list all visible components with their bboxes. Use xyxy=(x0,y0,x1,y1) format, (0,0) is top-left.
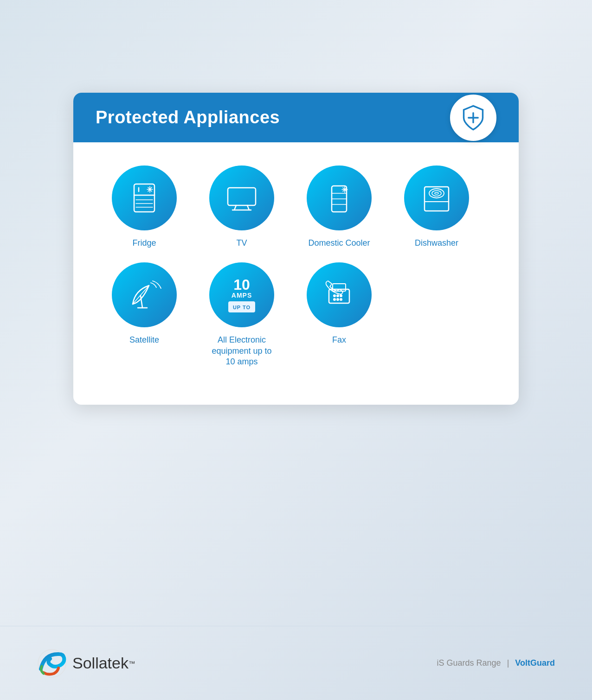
amps-unit: AMPS xyxy=(232,292,252,299)
domestic-cooler-label: Domestic Cooler xyxy=(308,238,370,248)
fax-circle xyxy=(307,262,372,327)
all-electronic-label: All Electronic equipment up to 10 amps xyxy=(212,335,271,367)
satellite-label: Satellite xyxy=(129,335,159,345)
fax-icon xyxy=(321,276,358,313)
sollatek-logo-icon xyxy=(37,649,67,678)
card-title: Protected Appliances xyxy=(96,108,280,127)
svg-point-28 xyxy=(435,192,438,194)
tv-circle xyxy=(209,165,274,230)
tv-icon xyxy=(223,179,260,216)
svg-point-34 xyxy=(334,295,335,297)
fridge-icon xyxy=(126,179,163,216)
fridge-label: Fridge xyxy=(132,238,156,248)
svg-rect-12 xyxy=(228,188,256,205)
svg-point-37 xyxy=(334,299,335,300)
svg-rect-2 xyxy=(134,184,154,212)
appliance-fridge: Fridge xyxy=(96,165,193,248)
dishwasher-circle xyxy=(404,165,469,230)
sollatek-tm: ™ xyxy=(129,660,135,667)
amps-upto-text: UP TO xyxy=(233,305,251,310)
appliances-row-1: Fridge TV xyxy=(96,165,496,248)
amps-circle: 10 AMPS UP TO xyxy=(209,262,274,327)
amps-upto-badge: UP TO xyxy=(228,301,255,312)
appliance-fax: Fax xyxy=(290,262,388,345)
shield-plus-icon xyxy=(460,104,487,131)
card-body: Fridge TV xyxy=(73,142,519,405)
svg-point-38 xyxy=(337,299,339,300)
svg-point-36 xyxy=(340,295,342,297)
tv-label: TV xyxy=(236,238,247,248)
card-header: Protected Appliances xyxy=(73,93,519,142)
sollatek-logo: Sollatek™ xyxy=(37,649,135,678)
fax-label: Fax xyxy=(332,335,346,345)
fridge-circle xyxy=(112,165,177,230)
sollatek-name: Sollatek xyxy=(72,654,129,672)
footer-divider: | xyxy=(507,658,509,668)
svg-point-39 xyxy=(340,299,342,300)
footer: Sollatek™ iS Guards Range | VoltGuard xyxy=(0,626,592,700)
footer-range: iS Guards Range xyxy=(437,658,501,668)
svg-line-13 xyxy=(234,205,236,210)
shield-badge xyxy=(450,95,496,141)
dishwasher-icon xyxy=(418,179,455,216)
appliance-tv: TV xyxy=(193,165,290,248)
satellite-icon xyxy=(126,276,163,313)
footer-product: VoltGuard xyxy=(515,658,555,668)
svg-line-14 xyxy=(247,205,249,210)
svg-point-35 xyxy=(337,295,339,297)
appliances-row-2: Satellite 10 AMPS UP TO All Electronic e… xyxy=(96,262,496,367)
appliance-domestic-cooler: Domestic Cooler xyxy=(290,165,388,248)
domestic-cooler-icon xyxy=(321,179,358,216)
amps-number: 10 xyxy=(233,277,250,292)
sollatek-brand-text: Sollatek™ xyxy=(72,654,135,672)
appliance-dishwasher: Dishwasher xyxy=(388,165,485,248)
satellite-circle xyxy=(112,262,177,327)
footer-product-info: iS Guards Range | VoltGuard xyxy=(437,658,555,668)
appliance-satellite: Satellite xyxy=(96,262,193,345)
svg-point-27 xyxy=(432,191,441,196)
main-card: Protected Appliances xyxy=(73,93,519,405)
svg-line-29 xyxy=(133,286,149,304)
svg-point-26 xyxy=(429,189,444,198)
appliance-all-electronic: 10 AMPS UP TO All Electronic equipment u… xyxy=(193,262,290,367)
domestic-cooler-circle xyxy=(307,165,372,230)
dishwasher-label: Dishwasher xyxy=(415,238,458,248)
